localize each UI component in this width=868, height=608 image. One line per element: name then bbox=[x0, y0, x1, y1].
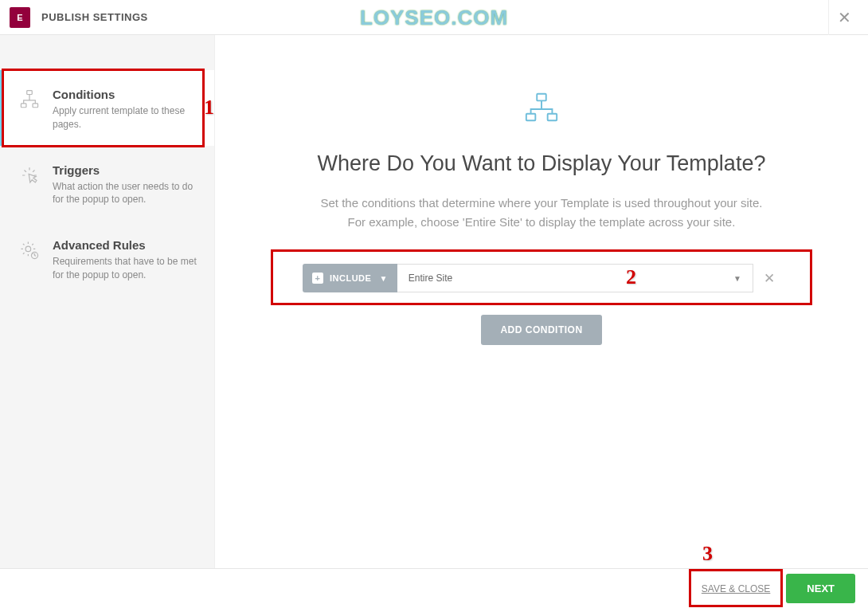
main-panel: Where Do You Want to Display Your Templa… bbox=[215, 35, 868, 568]
main-subtext: Set the conditions that determine where … bbox=[320, 194, 762, 232]
svg-point-3 bbox=[25, 246, 31, 252]
svg-rect-5 bbox=[537, 94, 546, 101]
sidebar: Conditions Apply current template to the… bbox=[0, 35, 215, 568]
condition-row-wrap: + INCLUDE ▼ Entire Site ▼ ✕ bbox=[271, 264, 812, 292]
watermark: LOYSEO.COM bbox=[360, 5, 508, 29]
sidebar-item-title: Advanced Rules bbox=[53, 238, 198, 252]
sidebar-item-advanced-rules[interactable]: Advanced Rules Requirements that have to… bbox=[0, 221, 214, 296]
close-icon: ✕ bbox=[838, 8, 851, 27]
next-button[interactable]: NEXT bbox=[786, 574, 855, 603]
sidebar-item-desc: Apply current template to these pages. bbox=[53, 104, 198, 131]
sidebar-item-title: Conditions bbox=[53, 88, 198, 101]
content-wrap: Conditions Apply current template to the… bbox=[0, 35, 868, 568]
condition-value: Entire Site bbox=[409, 273, 452, 284]
include-exclude-toggle[interactable]: + INCLUDE ▼ bbox=[303, 264, 397, 292]
condition-row: + INCLUDE ▼ Entire Site ▼ ✕ bbox=[271, 264, 812, 292]
save-close-link[interactable]: SAVE & CLOSE bbox=[697, 575, 775, 602]
svg-rect-0 bbox=[27, 91, 33, 95]
svg-rect-7 bbox=[548, 114, 557, 121]
add-condition-button[interactable]: ADD CONDITION bbox=[481, 315, 601, 345]
click-icon bbox=[18, 165, 41, 189]
include-label: INCLUDE bbox=[330, 273, 371, 283]
sitemap-hero-icon bbox=[523, 91, 560, 127]
plus-icon: + bbox=[312, 273, 323, 284]
footer-bar: SAVE & CLOSE NEXT bbox=[0, 568, 868, 608]
sidebar-item-desc: What action the user needs to do for the… bbox=[53, 180, 198, 207]
close-button[interactable]: ✕ bbox=[828, 0, 860, 35]
svg-rect-6 bbox=[526, 114, 536, 121]
gear-icon bbox=[18, 240, 41, 264]
sidebar-item-conditions[interactable]: Conditions Apply current template to the… bbox=[0, 70, 214, 146]
sidebar-item-title: Triggers bbox=[53, 163, 198, 177]
app-logo: E bbox=[10, 7, 30, 28]
caret-down-icon: ▼ bbox=[733, 274, 741, 283]
sitemap-icon bbox=[18, 89, 41, 113]
svg-rect-2 bbox=[33, 104, 38, 108]
caret-down-icon: ▼ bbox=[379, 274, 387, 283]
sidebar-item-desc: Requirements that have to be met for the… bbox=[53, 255, 198, 282]
sidebar-item-triggers[interactable]: Triggers What action the user needs to d… bbox=[0, 146, 214, 222]
close-icon: ✕ bbox=[764, 271, 775, 286]
header-title: PUBLISH SETTINGS bbox=[41, 11, 148, 23]
main-heading: Where Do You Want to Display Your Templa… bbox=[318, 151, 766, 176]
remove-condition-button[interactable]: ✕ bbox=[758, 270, 780, 287]
condition-select[interactable]: Entire Site ▼ bbox=[397, 264, 753, 292]
svg-rect-1 bbox=[21, 104, 26, 108]
header-bar: E PUBLISH SETTINGS LOYSEO.COM ✕ bbox=[0, 0, 868, 35]
